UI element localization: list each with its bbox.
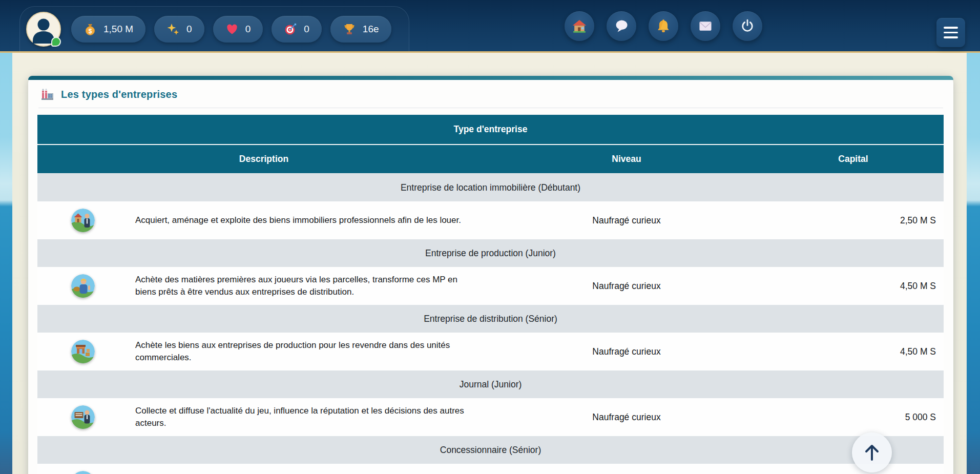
sparkles-icon bbox=[166, 23, 180, 36]
stat-rank-value: 16e bbox=[363, 24, 379, 35]
chat-button[interactable] bbox=[607, 11, 636, 41]
niveau-cell: Naufragé curieux bbox=[490, 346, 763, 357]
card-title-row: Les types d'entreprises bbox=[28, 80, 953, 108]
table-row: Collecte et diffuse l'actualité du jeu, … bbox=[37, 398, 944, 436]
table-row: Acquiert, aménage et exploite des biens … bbox=[37, 201, 944, 239]
chat-icon bbox=[614, 18, 629, 34]
player-stats: $ 1,50 M 0 0 bbox=[71, 16, 391, 43]
mail-button[interactable] bbox=[691, 11, 720, 41]
player-summary-group: $ 1,50 M 0 0 bbox=[19, 6, 409, 51]
journalist-avatar bbox=[71, 405, 95, 429]
target-icon bbox=[284, 23, 297, 36]
title-divider bbox=[38, 108, 943, 108]
enterprise-types-card: Les types d'entreprises Type d'entrepris… bbox=[28, 76, 953, 474]
home-button[interactable] bbox=[565, 11, 594, 41]
table-row: Achète les biens aux entreprises de prod… bbox=[37, 333, 944, 370]
stat-sparkles[interactable]: 0 bbox=[154, 16, 204, 43]
category-row: Concessionnaire (Sénior) bbox=[37, 436, 944, 464]
capital-cell: 4,50 M S bbox=[763, 281, 944, 292]
arrow-up-icon bbox=[863, 443, 881, 462]
heart-icon bbox=[225, 23, 239, 36]
game-page: $ 1,50 M 0 0 bbox=[0, 0, 980, 474]
column-header-niveau: Niveau bbox=[490, 154, 763, 164]
column-header-capital: Capital bbox=[763, 154, 944, 164]
notifications-button[interactable] bbox=[649, 11, 678, 41]
niveau-cell: Naufragé curieux bbox=[490, 281, 763, 292]
capital-cell: 2,50 M S bbox=[763, 215, 944, 226]
category-row: Entreprise de location immobilière (Débu… bbox=[37, 174, 944, 201]
page-title: Les types d'entreprises bbox=[61, 89, 177, 100]
stat-hearts[interactable]: 0 bbox=[213, 16, 263, 43]
niveau-cell: Naufragé curieux bbox=[490, 215, 763, 226]
table-main-header: Type d'entreprise bbox=[37, 115, 944, 145]
stat-money-value: 1,50 M bbox=[103, 24, 133, 35]
menu-button[interactable] bbox=[936, 18, 965, 47]
svg-text:$: $ bbox=[89, 27, 92, 34]
capital-cell: 5 000 S bbox=[763, 412, 944, 423]
scroll-to-top-button[interactable] bbox=[852, 432, 892, 472]
factory-worker-avatar bbox=[71, 274, 95, 298]
money-bag-icon: $ bbox=[84, 23, 97, 36]
store-avatar bbox=[71, 340, 95, 363]
bell-icon bbox=[656, 18, 671, 34]
capital-cell: 4,50 M S bbox=[763, 346, 944, 357]
player-avatar[interactable] bbox=[26, 12, 61, 47]
home-icon bbox=[572, 18, 587, 34]
column-header-description: Description bbox=[37, 154, 490, 164]
navbar-actions bbox=[565, 11, 762, 41]
category-row: Entreprise de production (Junior) bbox=[37, 239, 944, 267]
category-row: Entreprise de distribution (Sénior) bbox=[37, 305, 944, 333]
logout-button[interactable] bbox=[733, 11, 762, 41]
table-row: Achète des matières premières aux joueur… bbox=[37, 267, 944, 305]
factory-icon bbox=[40, 88, 54, 101]
table-row bbox=[37, 464, 944, 474]
category-row: Journal (Junior) bbox=[37, 370, 944, 398]
stat-hearts-value: 0 bbox=[245, 24, 251, 35]
top-navbar: $ 1,50 M 0 0 bbox=[0, 0, 980, 53]
stat-target[interactable]: 0 bbox=[272, 16, 322, 43]
niveau-cell: Naufragé curieux bbox=[490, 412, 763, 423]
table-column-headers: Description Niveau Capital bbox=[37, 145, 944, 174]
realtor-avatar bbox=[71, 209, 95, 232]
description-cell: Acquiert, aménage et exploite des biens … bbox=[128, 208, 486, 233]
card-accent-bar bbox=[28, 76, 953, 80]
stat-money[interactable]: $ 1,50 M bbox=[71, 16, 145, 43]
hamburger-icon bbox=[944, 27, 958, 29]
power-icon bbox=[740, 18, 755, 34]
description-cell: Achète les biens aux entreprises de prod… bbox=[128, 333, 486, 370]
background-scene: Les types d'entreprises Type d'entrepris… bbox=[0, 53, 980, 474]
car-dealer-avatar bbox=[71, 471, 95, 474]
content-panel: Les types d'entreprises Type d'entrepris… bbox=[12, 53, 967, 474]
trophy-icon bbox=[343, 23, 356, 36]
enterprise-types-table: Type d'entreprise Description Niveau Cap… bbox=[37, 115, 944, 474]
stat-rank[interactable]: 16e bbox=[330, 16, 391, 43]
mail-icon bbox=[698, 18, 713, 34]
stat-sparkles-value: 0 bbox=[186, 24, 192, 35]
description-cell: Collecte et diffuse l'actualité du jeu, … bbox=[128, 399, 486, 436]
stat-target-value: 0 bbox=[304, 24, 309, 35]
online-status-icon bbox=[51, 37, 61, 47]
description-cell: Achète des matières premières aux joueur… bbox=[128, 267, 486, 304]
